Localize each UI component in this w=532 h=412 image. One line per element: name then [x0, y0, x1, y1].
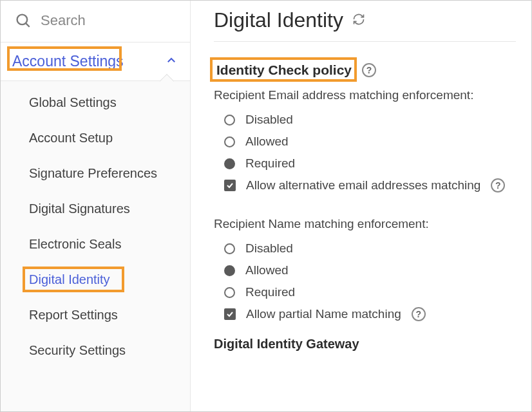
option-label: Allowed — [245, 135, 289, 149]
sidebar-item-label: Electronic Seals — [29, 237, 121, 251]
email-allow-alt-checkbox[interactable]: Allow alternative email addresses matchi… — [214, 174, 516, 196]
page-title-row: Digital Identity — [214, 7, 516, 42]
search-row — [1, 1, 190, 42]
radio-icon — [224, 243, 235, 254]
radio-icon — [224, 136, 235, 147]
name-enforcement-label: Recipient Name matching enforcement: — [214, 217, 516, 231]
sidebar-item-label: Digital Identity — [29, 272, 110, 286]
option-label: Allowed — [245, 263, 289, 277]
chevron-up-icon — [166, 55, 177, 69]
sidebar-item-label: Report Settings — [29, 308, 118, 322]
sidebar-item-global-settings[interactable]: Global Settings — [1, 85, 190, 120]
page-title: Digital Identity — [214, 8, 343, 32]
sidebar: Account Settings Global Settings Account… — [1, 1, 191, 411]
option-label: Required — [245, 285, 295, 299]
identity-check-section: Identity Check policy ? Recipient Email … — [214, 42, 516, 351]
name-option-disabled[interactable]: Disabled — [214, 238, 516, 259]
gateway-section-title: Digital Identity Gateway — [214, 337, 516, 351]
sidebar-item-report-settings[interactable]: Report Settings — [1, 297, 190, 333]
main-panel: Digital Identity Identity Check policy ?… — [191, 1, 531, 411]
checkbox-label: Allow alternative email addresses matchi… — [246, 178, 480, 192]
name-option-required[interactable]: Required — [214, 281, 516, 303]
nav-section-header[interactable]: Account Settings — [1, 42, 190, 81]
email-option-allowed[interactable]: Allowed — [214, 131, 516, 153]
radio-icon — [224, 158, 235, 169]
checkbox-icon — [224, 180, 236, 191]
search-input[interactable] — [41, 12, 178, 29]
option-label: Disabled — [245, 113, 293, 127]
refresh-icon[interactable] — [352, 13, 365, 28]
email-enforcement-label: Recipient Email address matching enforce… — [214, 88, 516, 102]
sidebar-item-label: Security Settings — [29, 343, 126, 357]
help-icon[interactable]: ? — [362, 63, 376, 77]
help-icon[interactable]: ? — [491, 178, 505, 192]
option-label: Required — [245, 156, 295, 171]
option-label: Disabled — [245, 241, 293, 256]
section-title-row: Identity Check policy ? — [214, 61, 516, 79]
sidebar-item-label: Account Setup — [29, 131, 113, 145]
svg-line-1 — [26, 23, 29, 26]
name-partial-checkbox[interactable]: Allow partial Name matching ? — [214, 303, 516, 325]
radio-icon — [224, 115, 235, 126]
section-title: Identity Check policy — [214, 61, 354, 79]
sidebar-item-label: Signature Preferences — [29, 166, 157, 180]
sidebar-item-signature-preferences[interactable]: Signature Preferences — [1, 156, 190, 191]
sidebar-item-digital-signatures[interactable]: Digital Signatures — [1, 191, 190, 227]
sidebar-item-label: Digital Signatures — [29, 201, 130, 216]
checkbox-icon — [224, 308, 236, 320]
nav-section-label: Account Settings — [10, 52, 126, 71]
checkbox-label: Allow partial Name matching — [246, 307, 401, 321]
radio-icon — [224, 265, 235, 276]
sidebar-item-electronic-seals[interactable]: Electronic Seals — [1, 227, 190, 262]
email-option-required[interactable]: Required — [214, 153, 516, 174]
sidebar-item-label: Global Settings — [29, 95, 117, 109]
sidebar-item-account-setup[interactable]: Account Setup — [1, 120, 190, 156]
name-option-allowed[interactable]: Allowed — [214, 259, 516, 281]
help-icon[interactable]: ? — [412, 307, 426, 321]
sidebar-item-digital-identity[interactable]: Digital Identity — [1, 262, 190, 297]
email-option-disabled[interactable]: Disabled — [214, 109, 516, 131]
sidebar-item-security-settings[interactable]: Security Settings — [1, 333, 190, 368]
search-icon — [15, 12, 32, 29]
nav-list: Global Settings Account Setup Signature … — [1, 81, 190, 411]
radio-icon — [224, 287, 235, 298]
svg-point-0 — [17, 15, 28, 25]
